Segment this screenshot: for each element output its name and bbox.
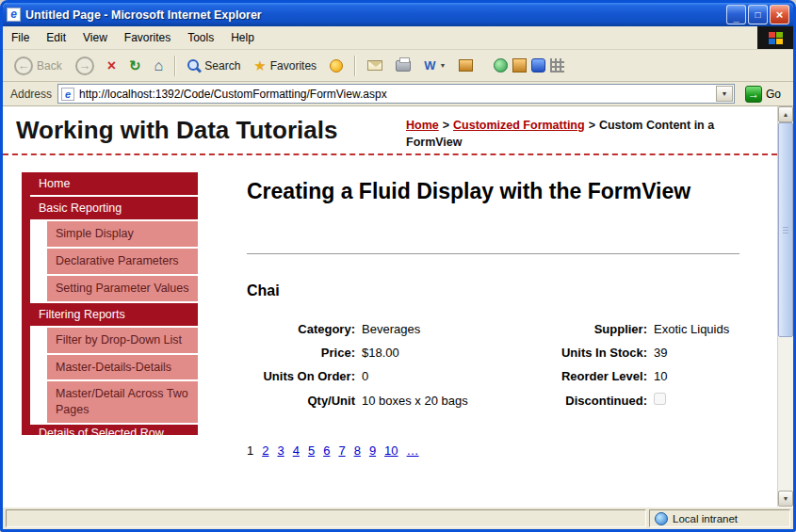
discontinued-checkbox <box>654 393 666 405</box>
menu-help[interactable]: Help <box>222 26 263 49</box>
pager-link-6[interactable]: 6 <box>323 443 330 458</box>
field-value-units-on-order: 0 <box>360 369 520 383</box>
formview-fields: Category: Beverages Supplier: Exotic Liq… <box>247 322 739 408</box>
sidebar-item-home[interactable]: Home <box>30 172 198 195</box>
stop-button[interactable]: × <box>102 55 122 77</box>
pager-link-4[interactable]: 4 <box>293 443 300 458</box>
stop-icon: × <box>107 58 116 73</box>
status-message-panel <box>6 509 646 527</box>
breadcrumb-link-customized-formatting[interactable]: Customized Formatting <box>453 119 585 132</box>
breadcrumb-separator: > <box>589 119 595 132</box>
content-divider <box>247 253 739 254</box>
local-intranet-icon <box>655 512 668 525</box>
favorites-star-icon: ★ <box>253 58 266 73</box>
pager-link-3[interactable]: 3 <box>277 443 284 458</box>
media-button[interactable] <box>324 56 349 76</box>
pager-link-2[interactable]: 2 <box>262 443 268 458</box>
sidebar-item-declarative-parameters[interactable]: Declarative Parameters <box>47 249 198 274</box>
field-label-supplier: Supplier: <box>520 322 652 336</box>
home-icon: ⌂ <box>154 58 164 73</box>
discuss-icon <box>459 59 473 72</box>
sidebar-item-setting-parameter-values[interactable]: Setting Parameter Values <box>47 276 198 301</box>
address-label: Address <box>8 88 52 101</box>
field-value-price: $18.00 <box>360 346 520 360</box>
pager-link-10[interactable]: 10 <box>384 443 398 458</box>
menu-tools[interactable]: Tools <box>179 26 222 49</box>
search-button[interactable]: Search <box>182 56 246 76</box>
field-value-qty-unit: 10 boxes x 20 bags <box>360 394 520 408</box>
sidebar-item-master-detail-across-two-pages[interactable]: Master/Detail Across Two Pages <box>47 381 198 423</box>
refresh-button[interactable]: ↻ <box>123 55 147 76</box>
go-label: Go <box>766 88 781 101</box>
discuss-button[interactable] <box>453 56 479 75</box>
pager-link-7[interactable]: 7 <box>338 443 345 458</box>
field-value-category: Beverages <box>360 322 520 336</box>
breadcrumb-link-home[interactable]: Home <box>406 119 439 132</box>
field-label-category: Category: <box>247 322 360 336</box>
scrollbar-up-button[interactable]: ▲ <box>778 106 793 122</box>
scrollbar-thumb[interactable] <box>778 122 793 337</box>
print-button[interactable] <box>390 56 416 75</box>
address-bar: Address e http://localhost:1392/Code/Cus… <box>3 82 793 106</box>
addon-blue-icon[interactable] <box>531 58 545 73</box>
scrollbar-down-button[interactable]: ▼ <box>778 491 793 507</box>
pager-link-8[interactable]: 8 <box>354 443 361 458</box>
scrollbar-track[interactable] <box>778 122 793 491</box>
windows-logo <box>757 26 793 49</box>
field-label-qty-unit: Qty/Unit <box>247 394 360 408</box>
sidebar-item-basic-reporting[interactable]: Basic Reporting <box>30 197 198 219</box>
pager-current-page: 1 <box>247 443 253 458</box>
site-title: Working with Data Tutorials <box>16 116 337 144</box>
addon-globe-icon[interactable] <box>494 58 508 73</box>
maximize-button[interactable]: □ <box>748 5 768 24</box>
menu-file[interactable]: File <box>3 26 38 49</box>
field-label-price: Price: <box>247 346 360 360</box>
menu-view[interactable]: View <box>74 26 116 49</box>
status-bar: Local intranet <box>3 507 793 529</box>
main-content: Creating a Fluid Display with the FormVi… <box>198 165 777 458</box>
address-input[interactable]: e http://localhost:1392/Code/CustomForma… <box>57 84 735 104</box>
menu-favorites[interactable]: Favorites <box>116 26 179 49</box>
sidebar-item-filtering-reports[interactable]: Filtering Reports <box>30 303 198 326</box>
field-label-units-in-stock: Units In Stock: <box>520 346 652 360</box>
toolbar-separator <box>354 56 356 76</box>
address-dropdown-button[interactable]: ▼ <box>716 86 733 102</box>
pager-link-5[interactable]: 5 <box>308 443 315 458</box>
word-icon: W <box>424 58 435 73</box>
edit-with-word-button[interactable]: W ▼ <box>418 55 451 76</box>
title-bar[interactable]: e Untitled Page - Microsoft Internet Exp… <box>3 3 793 26</box>
page-header: Working with Data Tutorials Home>Customi… <box>3 106 777 155</box>
sidebar-item-simple-display[interactable]: Simple Display <box>47 221 198 247</box>
window-title: Untitled Page - Microsoft Internet Explo… <box>25 8 722 22</box>
addon-grid-icon[interactable] <box>550 58 564 73</box>
page-favicon: e <box>61 88 74 101</box>
addon-gold-icon[interactable] <box>512 58 527 73</box>
pager-link-9[interactable]: 9 <box>369 443 376 458</box>
security-zone-label: Local intranet <box>673 513 738 524</box>
field-label-discontinued: Discontinued: <box>520 394 652 408</box>
favorites-button[interactable]: ★ Favorites <box>248 55 322 76</box>
menu-edit[interactable]: Edit <box>38 26 74 49</box>
minimize-button[interactable]: _ <box>726 5 746 24</box>
menu-bar: File Edit View Favorites Tools Help <box>3 26 793 50</box>
home-button[interactable]: ⌂ <box>149 55 170 77</box>
breadcrumb: Home>Customized Formatting>Custom Conten… <box>406 118 756 151</box>
mail-button[interactable] <box>362 56 388 74</box>
mail-icon <box>367 60 382 71</box>
sidebar-item-master-details-details[interactable]: Master-Details-Details <box>47 355 198 380</box>
page-title: Creating a Fluid Display with the FormVi… <box>247 178 739 204</box>
field-label-units-on-order: Units On Order: <box>247 369 360 383</box>
pager-link-ellipsis[interactable]: … <box>407 443 419 458</box>
sidebar-item-clipped[interactable]: Details of Selected Row <box>30 425 198 435</box>
go-button[interactable]: → Go <box>740 83 788 105</box>
favorites-label: Favorites <box>270 59 317 73</box>
address-url[interactable]: http://localhost:1392/Code/CustomFormatt… <box>79 88 711 101</box>
sidebar-item-filter-by-drop-down-list[interactable]: Filter by Drop-Down List <box>47 328 198 353</box>
field-value-supplier: Exotic Liquids <box>652 322 739 336</box>
page-content: Working with Data Tutorials Home>Customi… <box>3 106 777 507</box>
close-button[interactable]: × <box>770 5 789 24</box>
addon-toolbar-group <box>494 58 564 73</box>
search-icon <box>187 59 201 73</box>
ie-app-icon: e <box>7 8 21 22</box>
toolbar-separator <box>174 56 176 76</box>
